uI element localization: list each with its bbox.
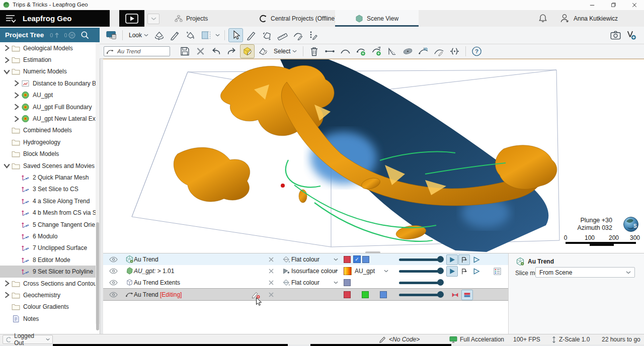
tree-item[interactable]: 7 Unclipped Surface: [0, 242, 96, 254]
tree-item[interactable]: AU_gpt Full Boundary: [0, 101, 96, 113]
cursor-select-button[interactable]: [228, 28, 243, 42]
tree-item[interactable]: Hydrogeology: [0, 136, 96, 148]
play-outline-button[interactable]: [470, 266, 482, 277]
chevron-right-icon[interactable]: [13, 116, 20, 122]
logged-out-dropdown[interactable]: Logged Out: [3, 335, 53, 344]
rotate-view-button[interactable]: [152, 28, 167, 42]
slicer-box-button[interactable]: [199, 28, 213, 42]
redo-button[interactable]: [224, 44, 239, 58]
draw-on-plane-button[interactable]: [256, 44, 270, 58]
tree-item[interactable]: Estimation: [0, 54, 96, 65]
draw-line-tool-button[interactable]: [244, 28, 259, 42]
scene-viewport[interactable]: Plunge +30 Azimuth 032 S 0 100 200 300: [103, 59, 644, 253]
segment-button[interactable]: [323, 44, 337, 58]
colour-swatch[interactable]: [344, 289, 351, 300]
colour-swatch[interactable]: [362, 253, 369, 265]
colour-mode-dropdown[interactable]: [334, 277, 338, 288]
remove-layer-icon[interactable]: [268, 268, 274, 274]
curve-3d-button[interactable]: 3D: [416, 44, 431, 58]
gradient-dropdown-chevron[interactable]: [384, 265, 388, 277]
remove-layer-icon[interactable]: [268, 292, 274, 298]
draw-slicer-button[interactable]: [168, 28, 182, 42]
add-tangent-node-button[interactable]: [369, 44, 384, 58]
layer-row[interactable]: AU_gpt: > 1.01Isosurface colourAU_gpt: [103, 265, 508, 277]
z-scale-control[interactable]: Z-Scale 1.0: [551, 334, 590, 344]
search-icon[interactable]: [80, 31, 89, 39]
close-button[interactable]: [630, 1, 639, 9]
notifications-bell-icon[interactable]: [538, 14, 547, 23]
remove-layer-icon[interactable]: [268, 280, 274, 286]
tab-scene-view[interactable]: Scene View: [335, 10, 419, 27]
draw-lasso-button[interactable]: [260, 28, 274, 42]
tree-item[interactable]: 4 b Mesh from CS via S...: [0, 207, 96, 218]
colour-mode-dropdown[interactable]: [334, 265, 338, 277]
view-flag-button[interactable]: [458, 266, 470, 277]
minimize-button[interactable]: [588, 1, 597, 9]
arc-segment-button[interactable]: [338, 44, 353, 58]
disc-tangent-button[interactable]: [400, 44, 415, 58]
chevron-right-icon[interactable]: [3, 292, 11, 298]
look-dropdown[interactable]: Look: [129, 32, 148, 39]
chevron-down-icon[interactable]: [3, 163, 11, 169]
media-play-button[interactable]: [119, 10, 144, 27]
tab-projects[interactable]: Projects: [170, 10, 213, 27]
opacity-slider[interactable]: [399, 289, 444, 300]
tree-item[interactable]: Notes: [0, 313, 96, 324]
delete-node-button[interactable]: [307, 44, 321, 58]
tree-item[interactable]: Cross Sections and Contours: [0, 278, 96, 289]
chevron-right-icon[interactable]: [13, 80, 20, 86]
convert-outline-button[interactable]: [385, 44, 399, 58]
user-avatar-icon[interactable]: [559, 14, 570, 23]
acceleration-status[interactable]: Full Acceleration: [449, 334, 504, 344]
layer-row[interactable]: Au Trend [Editing]: [103, 288, 508, 301]
code-status[interactable]: <No Code>: [379, 334, 420, 344]
tree-item[interactable]: Distance to Boundary Bo: [0, 77, 96, 89]
save-button[interactable]: [178, 44, 192, 58]
colour-swatch[interactable]: [344, 277, 351, 288]
move-slicer-button[interactable]: [183, 28, 198, 42]
add-node-button[interactable]: [354, 44, 368, 58]
tree-scrollbar[interactable]: [96, 42, 100, 324]
tree-item[interactable]: Colour Gradients: [0, 301, 96, 313]
tree-item[interactable]: Geochemistry: [0, 289, 96, 301]
tree-item[interactable]: AU_gpt New Lateral Ex...: [0, 113, 96, 124]
colour-swatch[interactable]: [344, 253, 351, 265]
new-video-button[interactable]: [624, 28, 638, 42]
tree-item[interactable]: Block Models: [0, 148, 96, 160]
draw-on-object-button[interactable]: [240, 44, 255, 58]
show-legend-button[interactable]: [492, 266, 503, 277]
remove-layer-icon[interactable]: [268, 256, 274, 263]
ruler-button[interactable]: [275, 28, 290, 42]
clear-scene-button[interactable]: [104, 28, 119, 42]
visibility-eye-icon[interactable]: [109, 256, 118, 263]
tree-item[interactable]: 4 a Slice Along Trend: [0, 195, 96, 207]
chevron-right-icon[interactable]: [3, 281, 11, 287]
layer-row[interactable]: Au Trend ExtentsFlat colour: [103, 277, 508, 289]
opacity-slider[interactable]: [399, 265, 444, 277]
chevron-right-icon[interactable]: [3, 57, 11, 63]
tree-item[interactable]: 5 Change Tangent Orie...: [0, 219, 96, 230]
slicer-options-chevron-icon[interactable]: [215, 34, 220, 37]
view-flag-button[interactable]: [458, 254, 470, 265]
colour-swatch[interactable]: [362, 289, 369, 300]
node-brackets-button[interactable]: [447, 44, 462, 58]
play-outline-button[interactable]: [470, 254, 482, 265]
opacity-slider[interactable]: [399, 277, 444, 288]
bowtie-button[interactable]: [449, 290, 461, 300]
select-dropdown[interactable]: Select: [274, 48, 297, 55]
slice-mode-dropdown[interactable]: From Scene: [535, 267, 635, 278]
tree-item[interactable]: Numeric Models: [0, 66, 96, 77]
tree-item[interactable]: 3 Set Slice to CS: [0, 184, 96, 195]
stacked-colours-button[interactable]: [461, 290, 473, 300]
tree-item[interactable]: AU_gpt: [0, 90, 96, 101]
maximize-button[interactable]: [609, 1, 618, 9]
undo-button[interactable]: [209, 44, 223, 58]
curve-pencil-button[interactable]: [432, 44, 446, 58]
chevron-down-icon[interactable]: [3, 68, 11, 74]
play-filled-button[interactable]: [446, 266, 458, 277]
polyline-name-input[interactable]: [116, 48, 164, 55]
colour-swatch[interactable]: [380, 289, 387, 300]
tree-item[interactable]: 2 Quick Planar Mesh: [0, 171, 96, 183]
panel-drag-handle[interactable]: [365, 251, 380, 253]
chevron-right-icon[interactable]: [3, 45, 11, 51]
